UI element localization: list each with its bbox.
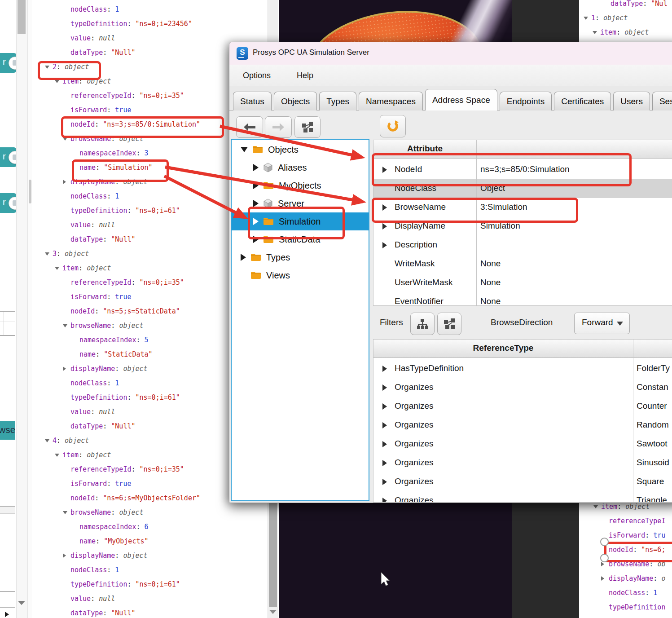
annotation-handle[interactable] [600,554,609,562]
tree-item-simulation[interactable]: Simulation [232,212,369,230]
tab-types[interactable]: Types [319,92,356,110]
json-row[interactable]: item: object [28,261,111,275]
json-row[interactable]: name: "StaticData" [28,347,153,362]
expander-right-icon[interactable] [382,422,387,428]
json-row[interactable]: displayName: object [28,362,148,376]
json-row[interactable]: displayName: o [579,571,665,586]
json-row[interactable]: nodeClass: 1 [28,376,119,390]
tab-address-space[interactable]: Address Space [425,89,497,110]
tab-endpoints[interactable]: Endpoints [500,92,552,110]
scrollbar-thumb[interactable] [269,502,277,607]
expander-right-icon[interactable] [382,403,387,410]
scroll-right-icon[interactable] [5,612,9,617]
json-row[interactable]: namespaceIndex: 6 [28,520,149,534]
expander-down-icon[interactable] [63,511,67,514]
scroll-down-icon[interactable] [18,601,25,605]
json-row[interactable]: dataType: "Null" [28,419,136,433]
json-row[interactable]: referenceTypeI [579,514,665,528]
json-row[interactable]: 3: object [28,247,89,261]
json-row[interactable]: typeDefinition: "ns=0;i=61" [28,203,180,218]
json-row[interactable]: nodeClass: 1 [28,2,119,17]
expander-right-icon[interactable] [253,218,259,225]
reference-row[interactable]: HasTypeDefinitionFolderTy [373,359,672,378]
json-row[interactable]: nodeId: "ns=6; [579,543,665,557]
tree-item-staticdata[interactable]: StaticData [232,230,369,248]
expander-right-icon[interactable] [601,562,604,566]
json-row[interactable]: typeDefinition: "ns=0;i=61" [28,390,180,405]
refresh-button[interactable] [380,115,406,137]
json-row[interactable]: browseName: object [28,318,144,333]
graph-view-button[interactable] [294,116,321,138]
menu-item-help[interactable]: Help [297,71,313,80]
expander-right-icon[interactable] [382,223,387,230]
attribute-row-browsename[interactable]: BrowseName3:Simulation [373,198,672,217]
json-row[interactable]: typeDefinition [579,600,665,614]
attribute-row-nodeclass[interactable]: NodeClassObject [373,179,672,198]
attribute-row-displayname[interactable]: DisplayNameSimulation [373,217,672,236]
expander-down-icon[interactable] [45,252,49,256]
json-row[interactable]: value: null [28,592,115,606]
json-row[interactable]: referenceTypeId: "ns=0;i=35" [28,88,184,103]
json-row[interactable]: displayName: object [28,175,148,189]
json-row[interactable]: referenceTypeId: "ns=0;i=35" [28,462,184,477]
json-row[interactable]: nodeClass: 1 [28,189,119,203]
title-bar[interactable]: S Prosys OPC UA Simulation Server [229,42,672,65]
tree-item-server[interactable]: Server [232,194,369,212]
expander-right-icon[interactable] [241,254,246,261]
json-row[interactable]: browseName: object [28,505,144,520]
forward-button[interactable] [265,116,292,138]
json-row[interactable]: value: null [28,218,115,232]
browse-direction-dropdown[interactable]: Forward [574,313,630,334]
sidebar-button[interactable]: r [0,147,17,167]
reference-row[interactable]: OrganizesTriangle [373,491,672,502]
tree-item-types[interactable]: Types [232,248,369,266]
browse-button-fragment[interactable]: wse [0,421,15,440]
json-row[interactable]: item: object [28,74,111,88]
tab-certificates[interactable]: Certificates [554,92,611,110]
json-row[interactable]: isForward: true [28,477,131,491]
json-row[interactable]: isForward: true [28,290,131,304]
expander-right-icon[interactable] [382,204,387,211]
json-row[interactable]: referenceTypeId: "ns=0;i=35" [28,275,184,290]
expander-right-icon[interactable] [63,180,66,184]
back-button[interactable] [236,116,263,138]
attribute-row-description[interactable]: Description [373,236,672,255]
json-row[interactable]: typeDefinition: "ns=0;i=61" [28,577,180,592]
reference-row[interactable]: OrganizesSinusoid [373,454,672,472]
tree-item-objects[interactable]: Objects [232,141,369,159]
attribute-row-eventnotifier[interactable]: EventNotifierNone [373,292,672,305]
json-row[interactable]: name: "MyObjects" [28,534,149,548]
json-row[interactable]: nodeId: "ns=5;s=StaticData" [28,304,180,318]
expander-right-icon[interactable] [253,200,259,207]
page-scrollbar[interactable] [16,0,28,618]
json-row[interactable]: displayName: object [28,548,148,563]
json-row[interactable]: value: null [28,405,115,419]
scroll-down-icon[interactable] [269,610,277,614]
expander-right-icon[interactable] [63,553,66,558]
reference-row[interactable]: OrganizesRandom [373,416,672,435]
tab-sess[interactable]: Sess [652,92,672,110]
expander-right-icon[interactable] [382,242,387,248]
json-row[interactable]: 2: object [28,60,89,74]
expander-down-icon[interactable] [45,439,49,442]
json-row[interactable]: item: object [28,448,111,462]
menu-item-options[interactable]: Options [243,71,271,80]
expander-right-icon[interactable] [382,167,387,173]
reference-row[interactable]: OrganizesConstan [373,378,672,397]
expander-right-icon[interactable] [382,479,387,485]
json-row[interactable]: nodeId: "ns=6;s=MyObjectsFolder" [28,491,200,505]
json-row[interactable]: browseName: ob [579,557,665,571]
tree-item-myobjects[interactable]: MyObjects [232,177,369,194]
expander-down-icon[interactable] [63,137,67,141]
expander-right-icon[interactable] [382,384,387,391]
expander-right-icon[interactable] [382,366,387,372]
attribute-row-writemask[interactable]: WriteMaskNone [373,255,672,274]
json-row[interactable]: dataType: "Null" [28,606,136,618]
expander-down-icon[interactable] [63,324,67,327]
expander-down-icon[interactable] [55,267,59,270]
json-row[interactable]: 4: object [28,433,89,448]
sidebar-button[interactable]: r [0,193,17,213]
scrollbar-thumb[interactable] [18,0,26,34]
expander-right-icon[interactable] [253,164,259,171]
expander-right-icon[interactable] [382,498,387,502]
